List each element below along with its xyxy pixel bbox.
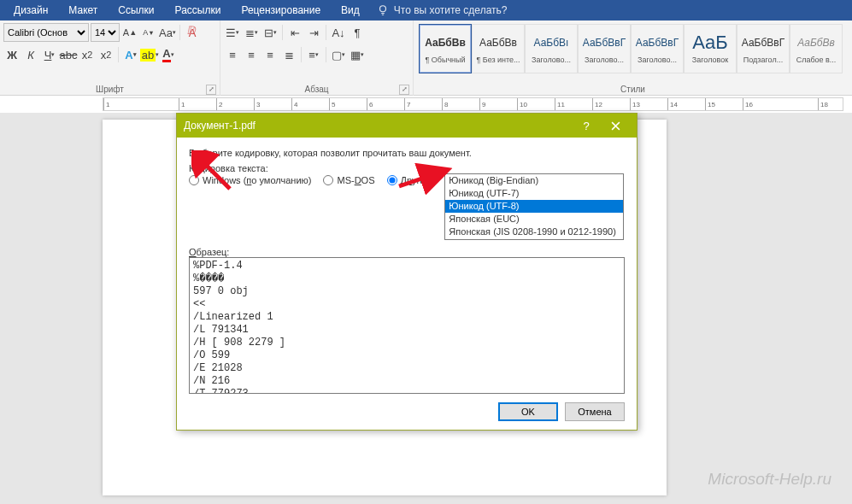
align-center-button[interactable]: ≡: [243, 45, 260, 64]
style-subtle-emphasis[interactable]: АаБбВвСлабое в...: [790, 24, 843, 73]
dialog-title: Документ-1.pdf: [184, 120, 572, 132]
style-heading3[interactable]: АаБбВвГЗаголово...: [631, 24, 684, 73]
tab-design[interactable]: Дизайн: [3, 1, 58, 20]
highlight-button[interactable]: ab▾: [141, 45, 158, 64]
separator: [326, 47, 326, 62]
style-heading2[interactable]: АаБбВвГЗаголово...: [578, 24, 631, 73]
radio-other[interactable]: Другая:: [387, 175, 433, 185]
encoding-option[interactable]: Японская (JIS): [445, 238, 623, 240]
svg-point-0: [379, 6, 385, 12]
watermark: Microsoft-Help.ru: [708, 470, 831, 489]
align-right-button[interactable]: ≡: [261, 45, 279, 64]
cancel-button[interactable]: Отмена: [565, 402, 625, 421]
ribbon-group-font: Calibri (Основ 14 A▲ A▼ Aa▾ Aⅅ Ж К Ч▾ ab…: [0, 21, 220, 96]
encoding-option[interactable]: Юникод (UTF-8): [445, 200, 623, 213]
style-subtitle[interactable]: АаБбВвГПодзагол...: [737, 24, 790, 73]
increase-indent-button[interactable]: ⇥: [305, 23, 322, 42]
underline-button[interactable]: Ч▾: [41, 45, 58, 64]
justify-button[interactable]: ≣: [280, 45, 297, 64]
ribbon: Calibri (Основ 14 A▲ A▼ Aa▾ Aⅅ Ж К Ч▾ ab…: [0, 21, 852, 96]
radio-windows[interactable]: Windows (по умолчанию): [189, 175, 311, 185]
strikethrough-button[interactable]: abc: [60, 45, 77, 64]
style-title[interactable]: АаБЗаголовок: [684, 24, 737, 73]
borders-button[interactable]: ▦▾: [349, 45, 366, 64]
tab-review[interactable]: Рецензирование: [231, 1, 331, 20]
style-no-spacing[interactable]: АаБбВв¶ Без инте...: [472, 24, 525, 73]
bold-button[interactable]: Ж: [3, 45, 21, 64]
sample-preview[interactable]: %PDF-1.4 %���� 597 0 obj << /Linearized …: [189, 257, 625, 394]
style-normal[interactable]: АаБбВв¶ Обычный: [419, 24, 472, 73]
group-label-font: Шрифт⤢: [3, 84, 216, 96]
tell-me[interactable]: Что вы хотите сделать?: [377, 4, 508, 16]
tab-links[interactable]: Ссылки: [108, 1, 164, 20]
ribbon-tabs: Дизайн Макет Ссылки Рассылки Рецензирова…: [0, 0, 852, 21]
sample-label: Образец:: [189, 247, 625, 257]
ok-button[interactable]: OK: [498, 402, 558, 421]
encoding-option[interactable]: Юникод (UTF-7): [445, 187, 623, 200]
horizontal-ruler[interactable]: 11234567891011121314151618: [103, 97, 843, 111]
separator: [301, 47, 302, 62]
radio-msdos[interactable]: MS-DOS: [323, 175, 374, 185]
multilevel-list-button[interactable]: ⊟▾: [261, 23, 279, 42]
align-left-button[interactable]: ≡: [224, 45, 241, 64]
superscript-button[interactable]: x2: [97, 45, 115, 64]
group-label-paragraph: Абзац⤢: [224, 84, 409, 96]
document-canvas: Документ-1.pdf ? Выберите кодировку, кот…: [0, 113, 852, 504]
style-heading1[interactable]: АаБбВıЗаголово...: [525, 24, 578, 73]
font-size-select[interactable]: 14: [91, 23, 120, 42]
styles-gallery: АаБбВв¶ Обычный АаБбВв¶ Без инте... АаБб…: [417, 22, 844, 84]
close-button[interactable]: [601, 116, 630, 135]
separator: [179, 25, 180, 40]
font-color-button[interactable]: A▾: [160, 45, 177, 64]
increase-font-button[interactable]: A▲: [121, 23, 138, 42]
ribbon-group-paragraph: ☰▾ ≣▾ ⊟▾ ⇤ ⇥ A↓ ¶ ≡ ≡ ≡ ≣ ≡▾ ▢▾ ▦▾: [220, 21, 414, 96]
bullets-button[interactable]: ☰▾: [224, 23, 241, 42]
separator: [282, 25, 283, 40]
paragraph-dialog-launcher-icon[interactable]: ⤢: [399, 85, 409, 95]
encoding-option[interactable]: Японская (EUC): [445, 213, 623, 226]
decrease-indent-button[interactable]: ⇤: [286, 23, 303, 42]
numbering-button[interactable]: ≣▾: [243, 23, 260, 42]
close-icon: [611, 121, 620, 131]
ruler-area: 11234567891011121314151618: [0, 96, 852, 113]
separator: [326, 25, 326, 40]
dialog-titlebar[interactable]: Документ-1.pdf ?: [177, 114, 637, 138]
encoding-option[interactable]: Юникод (Big-Endian): [445, 174, 623, 187]
file-conversion-dialog: Документ-1.pdf ? Выберите кодировку, кот…: [176, 113, 638, 431]
tell-me-label: Что вы хотите сделать?: [394, 4, 508, 16]
encoding-listbox[interactable]: Юникод (Big-Endian)Юникод (UTF-7)Юникод …: [444, 173, 624, 240]
shading-button[interactable]: ▢▾: [330, 45, 347, 64]
separator: [118, 47, 119, 62]
group-label-styles: Стили: [417, 84, 849, 96]
tab-mailings[interactable]: Рассылки: [165, 1, 232, 20]
clear-formatting-button[interactable]: Aⅅ: [184, 23, 201, 42]
change-case-button[interactable]: Aa▾: [159, 23, 176, 42]
lightbulb-icon: [377, 4, 389, 16]
font-name-select[interactable]: Calibri (Основ: [3, 23, 89, 42]
line-spacing-button[interactable]: ≡▾: [305, 45, 322, 64]
encoding-option[interactable]: Японская (JIS 0208-1990 и 0212-1990): [445, 226, 623, 238]
sort-button[interactable]: A↓: [330, 23, 347, 42]
font-dialog-launcher-icon[interactable]: ⤢: [206, 85, 216, 95]
decrease-font-button[interactable]: A▼: [140, 23, 157, 42]
help-button[interactable]: ?: [572, 116, 601, 135]
tab-view[interactable]: Вид: [331, 1, 370, 20]
text-effects-button[interactable]: A▾: [122, 45, 139, 64]
subscript-button[interactable]: x2: [79, 45, 96, 64]
italic-button[interactable]: К: [22, 45, 39, 64]
encoding-label: Кодировка текста:: [189, 163, 625, 173]
show-marks-button[interactable]: ¶: [349, 23, 366, 42]
tab-layout[interactable]: Макет: [58, 1, 108, 20]
ribbon-group-styles: АаБбВв¶ Обычный АаБбВв¶ Без инте... АаБб…: [414, 21, 852, 96]
dialog-instruction: Выберите кодировку, которая позволит про…: [189, 148, 625, 158]
